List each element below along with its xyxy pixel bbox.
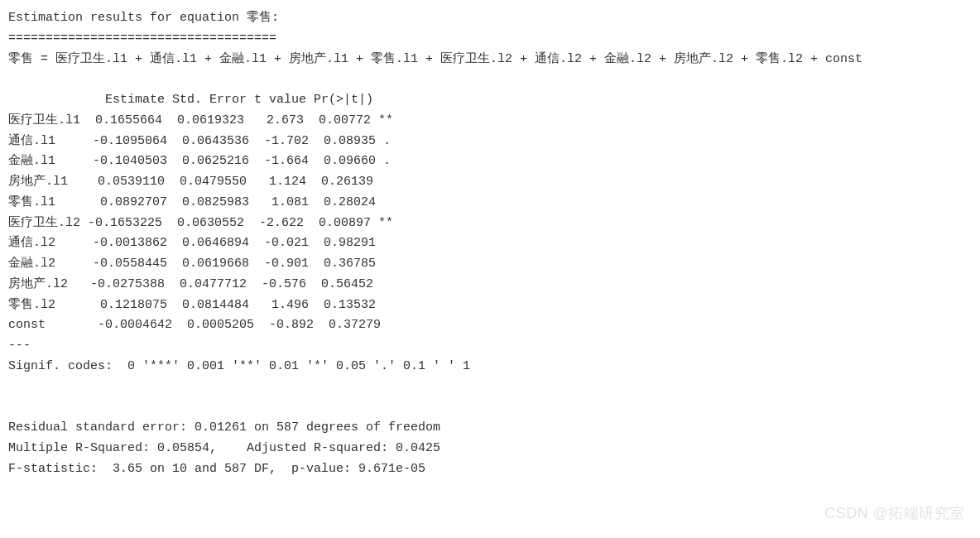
- coef-row: 医疗卫生.l1 0.1655664 0.0619323 2.673 0.0077…: [8, 111, 972, 132]
- separator-line: ---: [8, 336, 972, 357]
- residual-se-line: Residual standard error: 0.01261 on 587 …: [8, 418, 972, 439]
- coef-row: 零售.l1 0.0892707 0.0825983 1.081 0.28024: [8, 193, 972, 214]
- coef-row: 通信.l2 -0.0013862 0.0646894 -0.021 0.9829…: [8, 233, 972, 254]
- coef-row: const -0.0004642 0.0005205 -0.892 0.3727…: [8, 315, 972, 336]
- f-statistic-line: F-statistic: 3.65 on 10 and 587 DF, p-va…: [8, 459, 972, 480]
- coef-row: 金融.l2 -0.0558445 0.0619668 -0.901 0.3678…: [8, 254, 972, 275]
- title-line: Estimation results for equation 零售:: [8, 8, 972, 29]
- blank-line: [8, 377, 972, 398]
- equation-line: 零售 = 医疗卫生.l1 + 通信.l1 + 金融.l1 + 房地产.l1 + …: [8, 50, 972, 70]
- coef-row: 通信.l1 -0.1095064 0.0643536 -1.702 0.0893…: [8, 132, 972, 152]
- r-squared-line: Multiple R-Squared: 0.05854, Adjusted R-…: [8, 439, 972, 459]
- signif-codes-line: Signif. codes: 0 '***' 0.001 '**' 0.01 '…: [8, 357, 972, 377]
- coef-row: 零售.l2 0.1218075 0.0814484 1.496 0.13532: [8, 295, 972, 316]
- coef-row: 房地产.l1 0.0539110 0.0479550 1.124 0.26139: [8, 172, 972, 193]
- coef-row: 医疗卫生.l2 -0.1653225 0.0630552 -2.622 0.00…: [8, 214, 972, 234]
- watermark: CSDN @拓端研究室: [824, 502, 965, 526]
- coef-row: 金融.l1 -0.1040503 0.0625216 -1.664 0.0966…: [8, 151, 972, 172]
- blank-line: [8, 397, 972, 418]
- coef-row: 房地产.l2 -0.0275388 0.0477712 -0.576 0.564…: [8, 275, 972, 295]
- rule-line: ====================================: [8, 29, 972, 50]
- blank-line: [8, 70, 972, 90]
- coef-header: Estimate Std. Error t value Pr(>|t|): [8, 90, 972, 111]
